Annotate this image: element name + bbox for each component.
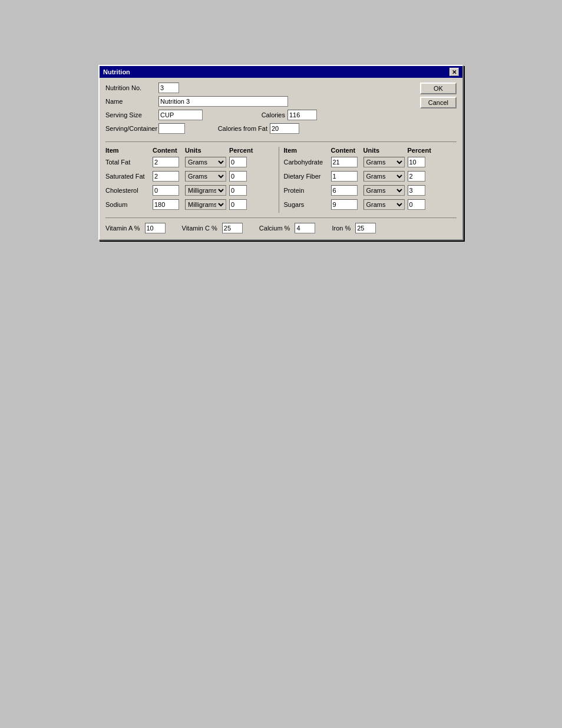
buttons-column: OK Cancel [420, 83, 457, 108]
table-row: Dietary Fiber GramsMilligramsIU [284, 170, 457, 182]
row-item-label: Cholesterol [105, 187, 153, 195]
row-item-label: Dietary Fiber [284, 173, 331, 180]
row-item-label: Carbohydrate [284, 159, 331, 166]
dialog-body: Nutrition No. Name Serving Size Calories [100, 78, 462, 239]
calories-fat-label: Calories from Fat [209, 125, 267, 132]
right-header-percent: Percent [408, 147, 431, 154]
serving-calories-row: Serving Size Calories [105, 110, 420, 120]
table-section: Item Content Units Percent Total Fat Gra… [105, 147, 457, 213]
nutrition-no-input[interactable] [158, 83, 179, 93]
fiber-content[interactable] [331, 171, 358, 182]
table-row: Carbohydrate GramsMilligramsIU [284, 156, 457, 168]
name-label: Name [105, 98, 158, 105]
divider-top [105, 141, 457, 142]
nutrition-no-row: Nutrition No. [105, 83, 420, 93]
calories-label: Calories [226, 111, 285, 118]
serving-container-row: Serving/Container Calories from Fat [105, 123, 420, 134]
title-bar: Nutrition ✕ [100, 66, 462, 78]
calcium-label: Calcium % [259, 225, 290, 232]
sat-fat-content[interactable] [153, 171, 179, 182]
carb-content[interactable] [331, 157, 358, 167]
row-item-label: Sodium [105, 201, 153, 209]
left-header-percent: Percent [229, 147, 253, 154]
right-header-row: Item Content Units Percent [284, 147, 457, 154]
nutrition-dialog: Nutrition ✕ Nutrition No. Name Serving S… [98, 65, 464, 241]
name-input[interactable] [158, 96, 288, 107]
table-row: Cholesterol MilligramsGramsIU [105, 185, 279, 196]
table-row: Sugars GramsMilligramsIU [284, 199, 457, 210]
sodium-units[interactable]: MilligramsGramsIU [185, 199, 226, 210]
sugars-percent[interactable] [408, 199, 425, 210]
row-item-label: Protein [284, 187, 331, 195]
sodium-content[interactable] [153, 199, 179, 210]
cancel-button[interactable]: Cancel [420, 97, 457, 108]
sat-fat-units[interactable]: GramsMilligramsIU [185, 171, 226, 182]
serving-size-label: Serving Size [105, 111, 158, 118]
left-header-item: Item [105, 147, 153, 154]
vit-a-label: Vitamin A % [105, 225, 140, 232]
sugars-units[interactable]: GramsMilligramsIU [363, 199, 405, 210]
calories-input[interactable] [287, 110, 317, 120]
total-fat-percent[interactable] [229, 157, 247, 167]
left-table: Item Content Units Percent Total Fat Gra… [105, 147, 279, 213]
table-row: Protein GramsMilligramsIU [284, 185, 457, 196]
total-fat-content[interactable] [153, 157, 179, 167]
calcium-input[interactable] [295, 223, 315, 233]
right-header-item: Item [284, 147, 331, 154]
sat-fat-percent[interactable] [229, 171, 247, 182]
row-item-label: Saturated Fat [105, 173, 153, 180]
row-item-label: Total Fat [105, 159, 153, 166]
vitamins-row: Vitamin A % Vitamin C % Calcium % Iron % [105, 223, 457, 233]
iron-input[interactable] [355, 223, 376, 233]
protein-percent[interactable] [408, 185, 425, 196]
right-header-units: Units [363, 147, 408, 154]
carb-percent[interactable] [408, 157, 425, 167]
row-item-label: Sugars [284, 201, 331, 209]
vit-a-input[interactable] [145, 223, 166, 233]
fiber-units[interactable]: GramsMilligramsIU [363, 171, 405, 182]
cholesterol-units[interactable]: MilligramsGramsIU [185, 185, 226, 196]
serving-container-label: Serving/Container [105, 125, 158, 132]
left-header-content: Content [153, 147, 185, 154]
name-row: Name [105, 96, 420, 107]
fiber-percent[interactable] [408, 171, 425, 182]
table-row: Sodium MilligramsGramsIU [105, 199, 279, 210]
table-row: Total Fat GramsMilligramsIU [105, 156, 279, 168]
dialog-title: Nutrition [103, 68, 130, 75]
serving-size-input[interactable] [158, 110, 203, 120]
table-row: Saturated Fat GramsMilligramsIU [105, 170, 279, 182]
cholesterol-content[interactable] [153, 185, 179, 196]
right-header-content: Content [331, 147, 363, 154]
right-table: Item Content Units Percent Carbohydrate … [279, 147, 457, 213]
ok-button[interactable]: OK [420, 83, 457, 94]
divider-bottom [105, 218, 457, 218]
sodium-percent[interactable] [229, 199, 247, 210]
carb-units[interactable]: GramsMilligramsIU [363, 157, 405, 167]
protein-content[interactable] [331, 185, 358, 196]
sugars-content[interactable] [331, 199, 358, 210]
top-fields: Nutrition No. Name Serving Size Calories [105, 83, 420, 137]
cholesterol-percent[interactable] [229, 185, 247, 196]
close-button[interactable]: ✕ [449, 68, 459, 76]
calories-fat-input[interactable] [270, 123, 299, 134]
vit-c-input[interactable] [222, 223, 243, 233]
vit-c-label: Vitamin C % [182, 225, 217, 232]
nutrition-no-label: Nutrition No. [105, 84, 158, 91]
total-fat-units[interactable]: GramsMilligramsIU [185, 157, 226, 167]
serving-container-input[interactable] [158, 123, 185, 134]
left-header-row: Item Content Units Percent [105, 147, 279, 154]
iron-label: Iron % [332, 225, 351, 232]
left-header-units: Units [185, 147, 229, 154]
protein-units[interactable]: GramsMilligramsIU [363, 185, 405, 196]
